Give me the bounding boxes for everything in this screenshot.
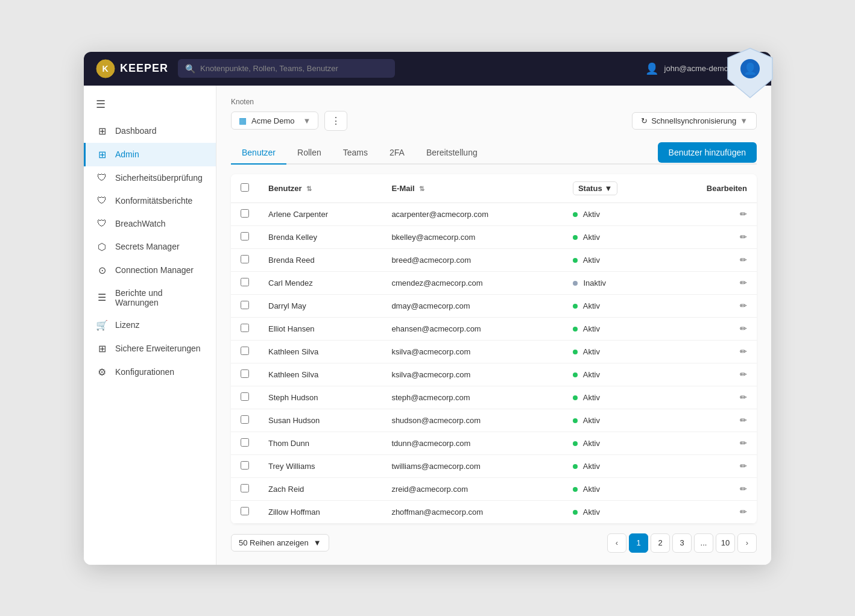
content-area: Knoten ▦ Acme Demo ▼ ⋮ ↻ Schnellsynchron… — [216, 86, 771, 565]
user-email: zreid@acmecorp.com — [391, 485, 468, 494]
edit-icon[interactable]: ✏ — [740, 347, 747, 356]
row-checkbox-9[interactable] — [241, 415, 249, 424]
row-check-cell — [231, 409, 259, 432]
page-3-button[interactable]: 3 — [672, 533, 692, 553]
edit-icon[interactable]: ✏ — [740, 438, 747, 448]
sidebar-item-berichte[interactable]: ☰ Berichte und Warnungen — [84, 282, 216, 313]
node-options-button[interactable]: ⋮ — [324, 111, 347, 131]
edit-icon[interactable]: ✏ — [740, 278, 747, 288]
row-check-cell — [231, 432, 259, 454]
node-selector[interactable]: ▦ Acme Demo ▼ — [231, 112, 318, 130]
search-input[interactable] — [200, 59, 388, 78]
tab-benutzer[interactable]: Benutzer — [231, 142, 286, 165]
status-dot — [573, 327, 578, 332]
row-checkbox-13[interactable] — [241, 507, 249, 515]
tab-2fa[interactable]: 2FA — [379, 142, 415, 165]
sidebar-item-konformitat[interactable]: 🛡 Konformitätsberichte — [84, 189, 216, 212]
sidebar-item-lizenz[interactable]: 🛒 Lizenz — [84, 313, 216, 337]
row-status-cell: Aktiv — [563, 409, 663, 432]
tab-rollen[interactable]: Rollen — [286, 142, 332, 165]
email-sort-icon[interactable]: ⇅ — [419, 185, 424, 192]
bearbeiten-col-label: Bearbeiten — [707, 184, 747, 193]
status-dot — [573, 395, 578, 400]
row-status-cell: Aktiv — [563, 203, 663, 225]
status-label: Aktiv — [583, 301, 600, 310]
row-checkbox-4[interactable] — [241, 301, 249, 309]
user-email: acarpenter@acmecorp.com — [391, 210, 488, 219]
search-icon: 🔍 — [185, 64, 195, 74]
edit-icon[interactable]: ✏ — [740, 369, 747, 379]
sidebar-item-konfigurationen[interactable]: ⚙ Konfigurationen — [84, 360, 216, 384]
status-label: Aktiv — [583, 462, 600, 471]
row-checkbox-8[interactable] — [241, 392, 249, 401]
sync-button[interactable]: ↻ Schnellsynchronisierung ▼ — [632, 112, 757, 130]
status-label: Aktiv — [583, 233, 600, 242]
row-checkbox-7[interactable] — [241, 369, 249, 378]
sidebar-item-secrets[interactable]: ⬡ Secrets Manager — [84, 235, 216, 259]
row-checkbox-6[interactable] — [241, 347, 249, 355]
prev-page-button[interactable]: ‹ — [607, 533, 626, 553]
row-checkbox-2[interactable] — [241, 255, 249, 263]
edit-icon[interactable]: ✏ — [740, 507, 747, 517]
table-row: Kathleen Silva ksilva@acmecorp.com Aktiv… — [231, 363, 757, 386]
edit-icon[interactable]: ✏ — [740, 301, 747, 310]
edit-icon[interactable]: ✏ — [740, 484, 747, 494]
logo-text: KEEPER — [120, 62, 168, 75]
edit-icon[interactable]: ✏ — [740, 232, 747, 242]
table-row: Brenda Kelley bkelley@acmecorp.com Aktiv… — [231, 225, 757, 248]
sidebar-item-erweiterungen[interactable]: ⊞ Sichere Erweiterungen — [84, 337, 216, 360]
page-10-button[interactable]: 10 — [716, 533, 735, 553]
sidebar-item-breachwatch[interactable]: 🛡 BreachWatch — [84, 212, 216, 235]
sidebar-item-dashboard[interactable]: ⊞ Dashboard — [84, 119, 216, 143]
sync-icon: ↻ — [641, 116, 648, 125]
tab-bereitstellung[interactable]: Bereitstellung — [415, 142, 488, 165]
edit-icon[interactable]: ✏ — [740, 209, 747, 219]
edit-icon[interactable]: ✏ — [740, 461, 747, 471]
row-checkbox-12[interactable] — [241, 484, 249, 492]
user-email: breed@acmecorp.com — [391, 256, 471, 265]
row-edit-cell: ✏ — [663, 409, 757, 432]
next-page-button[interactable]: › — [737, 533, 757, 553]
sidebar-item-sicherheit[interactable]: 🛡 Sicherheitsüberprüfung — [84, 166, 216, 189]
row-email-cell: ksilva@acmecorp.com — [382, 363, 563, 386]
lizenz-icon: 🛒 — [96, 319, 108, 331]
user-email: steph@acmecorp.com — [391, 393, 470, 402]
edit-icon[interactable]: ✏ — [740, 392, 747, 402]
hamburger-icon[interactable]: ☰ — [84, 92, 216, 119]
user-table: Benutzer ⇅ E-Mail ⇅ Status ▼ — [231, 174, 757, 524]
row-status-cell: Inaktiv — [563, 271, 663, 294]
row-checkbox-0[interactable] — [241, 209, 249, 218]
status-dot — [573, 212, 578, 217]
rows-select[interactable]: 50 Reihen anzeigen ▼ — [231, 534, 329, 552]
sidebar-label-admin: Admin — [115, 149, 139, 159]
search-bar[interactable]: 🔍 — [178, 59, 395, 78]
row-status-cell: Aktiv — [563, 386, 663, 409]
row-checkbox-11[interactable] — [241, 461, 249, 470]
row-checkbox-5[interactable] — [241, 324, 249, 332]
row-checkbox-1[interactable] — [241, 232, 249, 240]
user-email: bkelley@acmecorp.com — [391, 233, 475, 242]
row-checkbox-3[interactable] — [241, 278, 249, 286]
benutzer-sort-icon[interactable]: ⇅ — [306, 185, 312, 192]
page-1-button[interactable]: 1 — [629, 533, 648, 553]
add-user-button[interactable]: Benutzer hinzufügen — [658, 142, 757, 163]
tab-teams[interactable]: Teams — [332, 142, 379, 165]
edit-icon[interactable]: ✏ — [740, 324, 747, 333]
select-all-checkbox[interactable] — [241, 183, 249, 192]
edit-icon[interactable]: ✏ — [740, 255, 747, 265]
row-checkbox-10[interactable] — [241, 438, 249, 447]
sidebar-item-admin[interactable]: ⊞ Admin — [84, 143, 216, 166]
connection-icon: ⊙ — [96, 265, 108, 276]
status-label: Aktiv — [583, 347, 600, 356]
user-email: tdunn@acmecorp.com — [391, 439, 470, 448]
status-filter-button[interactable]: Status ▼ — [573, 181, 618, 195]
sidebar-label-connection: Connection Manager — [115, 265, 194, 275]
sidebar-label-sicherheit: Sicherheitsüberprüfung — [115, 173, 203, 183]
edit-icon[interactable]: ✏ — [740, 415, 747, 425]
sidebar-item-connection[interactable]: ⊙ Connection Manager — [84, 259, 216, 282]
rows-chevron-icon: ▼ — [314, 538, 321, 547]
sidebar-label-berichte: Berichte und Warnungen — [115, 288, 204, 307]
select-all-col — [231, 174, 259, 203]
page-2-button[interactable]: 2 — [651, 533, 670, 553]
user-name: Zach Reid — [268, 485, 304, 494]
